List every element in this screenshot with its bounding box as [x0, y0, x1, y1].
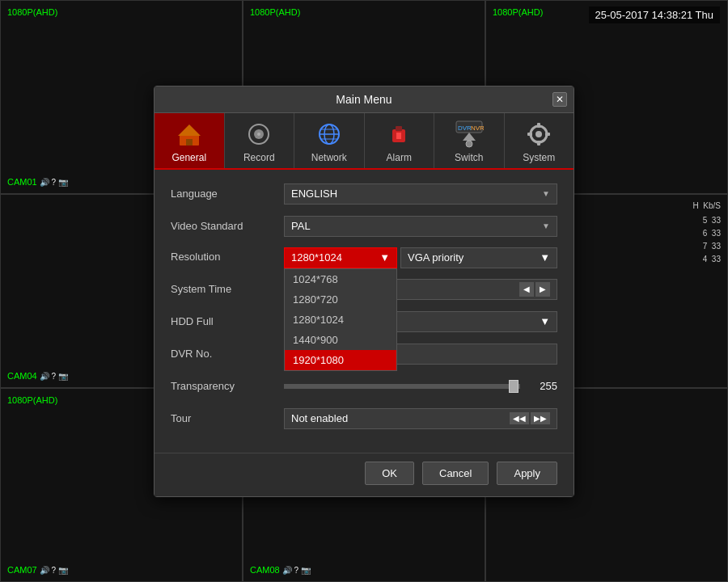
tour-control[interactable]: Not enabled ◀◀ ▶▶: [284, 408, 557, 429]
svg-rect-13: [396, 133, 401, 139]
transparency-thumb[interactable]: [509, 380, 518, 393]
svg-point-5: [257, 133, 260, 136]
transparency-label: Transparency: [171, 380, 284, 392]
tab-alarm[interactable]: Alarm: [365, 113, 435, 168]
language-row: Language ENGLISH ▼: [171, 183, 557, 205]
svg-text:DVR: DVR: [458, 124, 472, 132]
close-button[interactable]: ✕: [552, 92, 567, 107]
language-arrow: ▼: [542, 189, 550, 198]
tab-system-label: System: [523, 152, 555, 163]
button-row: OK Cancel Apply: [154, 453, 574, 496]
apply-button[interactable]: Apply: [497, 462, 557, 485]
transparency-slider[interactable]: [284, 384, 520, 389]
tab-bar: General Record: [154, 113, 574, 170]
general-icon: [175, 120, 204, 149]
tab-system[interactable]: System: [505, 113, 574, 168]
video-standard-label: Video Standard: [171, 220, 284, 232]
ok-button[interactable]: OK: [365, 462, 414, 485]
svg-point-17: [466, 141, 472, 147]
language-label: Language: [171, 188, 284, 200]
res-option-1920x1080[interactable]: 1920*1080: [285, 350, 396, 370]
tab-general[interactable]: General: [154, 113, 225, 168]
video-standard-dropdown[interactable]: PAL ▼: [284, 216, 557, 237]
menu-title: Main Menu: [336, 93, 392, 106]
cancel-button[interactable]: Cancel: [422, 462, 489, 485]
video-standard-arrow: ▼: [542, 221, 550, 230]
resolution-dropdown-list: 1024*768 1280*720 1280*1024 1440*900 192…: [284, 268, 397, 371]
tour-arrows: ◀◀ ▶▶: [510, 412, 550, 424]
svg-text:NVR: NVR: [471, 124, 484, 132]
transparency-controls: 255: [284, 380, 557, 392]
resolution-dropdown[interactable]: 1280*1024 ▼: [284, 247, 397, 268]
vga-priority-dropdown[interactable]: VGA priority ▼: [400, 247, 557, 268]
video-standard-row: Video Standard PAL ▼: [171, 215, 557, 238]
modal-overlay: Main Menu ✕ General: [0, 0, 728, 582]
res-option-1024x768[interactable]: 1024*768: [285, 269, 396, 289]
res-option-1440x900[interactable]: 1440*900: [285, 330, 396, 350]
menu-content: Language ENGLISH ▼ Video Standard PAL ▼ …: [154, 170, 574, 453]
tab-switch[interactable]: DVR NVR Switch: [434, 113, 505, 168]
tab-general-label: General: [171, 152, 206, 163]
record-icon: [244, 120, 273, 149]
main-menu-dialog: Main Menu ✕ General: [154, 86, 574, 497]
video-standard-value: PAL: [291, 220, 311, 232]
svg-rect-20: [537, 123, 540, 128]
tour-next-btn[interactable]: ▶▶: [531, 412, 550, 424]
transparency-value: 255: [533, 380, 557, 392]
tour-label: Tour: [171, 412, 284, 424]
tab-network[interactable]: Network: [294, 113, 365, 168]
svg-rect-21: [537, 141, 540, 146]
svg-rect-2: [186, 139, 193, 146]
system-icon: [524, 120, 553, 149]
svg-point-19: [535, 131, 542, 137]
vga-priority-value: VGA priority: [408, 251, 463, 264]
res-option-1280x720[interactable]: 1280*720: [285, 289, 396, 310]
svg-rect-23: [545, 133, 550, 136]
resolution-dropdown-arrow: ▼: [379, 251, 390, 264]
hdd-full-arrow: ▼: [540, 315, 550, 327]
language-value: ENGLISH: [291, 188, 337, 200]
tour-value: Not enabled: [291, 412, 348, 424]
time-next-btn[interactable]: ▶: [535, 282, 550, 297]
tab-switch-label: Switch: [455, 152, 483, 163]
resolution-controls: 1280*1024 ▼ VGA priority ▼ 1024*768 1280…: [284, 247, 557, 268]
network-icon: [315, 120, 344, 149]
resolution-label: Resolution: [171, 247, 284, 263]
language-dropdown[interactable]: ENGLISH ▼: [284, 183, 557, 205]
resolution-row: Resolution 1280*1024 ▼ VGA priority ▼ 10…: [171, 247, 557, 268]
svg-rect-12: [396, 126, 402, 131]
tab-record-label: Record: [243, 152, 275, 163]
svg-rect-22: [527, 133, 532, 136]
tour-prev-btn[interactable]: ◀◀: [510, 412, 529, 424]
tour-row: Tour Not enabled ◀◀ ▶▶: [171, 407, 557, 430]
alarm-icon: [384, 120, 413, 149]
vga-dropdown-arrow: ▼: [540, 251, 550, 264]
system-time-label: System Time: [171, 283, 284, 295]
switch-icon: DVR NVR: [455, 120, 484, 149]
tab-record[interactable]: Record: [225, 113, 295, 168]
time-arrows: ◀ ▶: [519, 282, 550, 297]
res-option-1280x1024[interactable]: 1280*1024: [285, 310, 396, 330]
dvr-no-label: DVR No.: [171, 348, 284, 360]
resolution-current-value: 1280*1024: [291, 251, 342, 264]
menu-title-bar: Main Menu ✕: [154, 86, 574, 113]
transparency-row: Transparency 255: [171, 375, 557, 398]
time-prev-btn[interactable]: ◀: [519, 282, 534, 297]
tab-alarm-label: Alarm: [387, 152, 412, 163]
svg-marker-1: [178, 124, 201, 136]
tab-network-label: Network: [311, 152, 347, 163]
hdd-full-label: HDD Full: [171, 315, 284, 327]
